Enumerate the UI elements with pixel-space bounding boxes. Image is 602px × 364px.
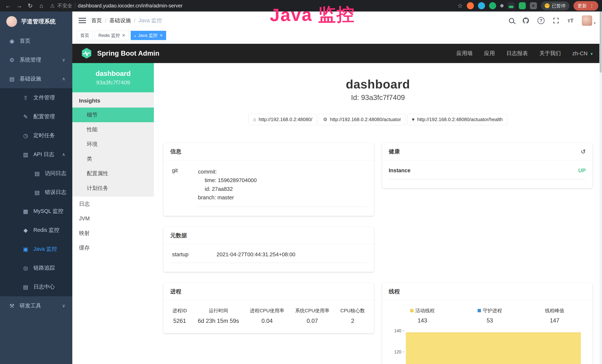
update-button[interactable]: 更新 <box>573 1 598 11</box>
breadcrumb: 首页 / 基础设施 / Java 监控 <box>91 17 162 24</box>
close-icon[interactable] <box>122 32 125 38</box>
avatar[interactable] <box>582 15 592 26</box>
extension-icon[interactable] <box>478 2 485 9</box>
extension-icon[interactable] <box>467 2 474 9</box>
health-url-link[interactable]: http://192.168.0.2:48080/actuator/health <box>407 114 507 125</box>
card-title: 进程 <box>163 283 374 300</box>
chevron-down-icon: ∨ <box>62 57 65 63</box>
sba-nav-wallboard[interactable]: 应用墙 <box>456 50 473 57</box>
scrollbar-thumb[interactable] <box>600 11 602 73</box>
help-icon[interactable] <box>538 17 545 24</box>
tab-label: Java 监控 <box>138 32 158 38</box>
log-icon: ▤ <box>21 284 30 290</box>
breadcrumb-infrastructure[interactable]: 基础设施 <box>109 17 131 24</box>
sidebar-item-label: 文件管理 <box>33 94 55 101</box>
sba-nav-applications[interactable]: 应用 <box>484 50 495 57</box>
sidebar-item-dev-tools[interactable]: ⚒ 研发工具 ∨ <box>0 296 72 315</box>
sidebar-item-label: Redis 监控 <box>33 226 59 234</box>
hamburger-icon[interactable] <box>79 18 86 23</box>
cards-grid: 信息 git commit: time: 1596289704000 <box>154 125 602 364</box>
y-tick: 120 <box>394 350 404 354</box>
bookmark-star-icon[interactable] <box>457 2 463 9</box>
sba-item-config-props[interactable]: 配置属性 <box>72 166 154 181</box>
sidebar-item-log-center[interactable]: ▤ 日志中心 <box>0 278 72 296</box>
sba-nav-journal[interactable]: 日志报表 <box>506 50 528 57</box>
instance-id: 93a3fc7f7409 <box>96 79 130 86</box>
git-commit-label: commit: <box>198 167 367 176</box>
url-text[interactable]: dashboard.yudao.iocoder.cn/infra/admin-s… <box>78 3 183 9</box>
not-secure-warning-icon <box>50 3 55 9</box>
sidebar-item-access-logs[interactable]: ▤ 访问日志 <box>0 164 72 183</box>
sba-item-caches[interactable]: 缓存 <box>72 240 154 255</box>
github-icon[interactable] <box>522 17 529 24</box>
sba-item-jvm[interactable]: JVM <box>72 211 154 226</box>
sidebar-item-api-logs[interactable]: ▥ API 日志 ∧ <box>0 145 72 164</box>
sba-header: Spring Boot Admin 应用墙 应用 日志报表 关于我们 zh-CN <box>72 44 602 63</box>
tab-home[interactable]: 首页 <box>77 31 93 40</box>
user-menu[interactable] <box>582 15 596 26</box>
fullscreen-icon[interactable] <box>553 17 559 24</box>
health-row[interactable]: Instance UP <box>389 167 586 179</box>
legend-live-threads: 活动线程 143 <box>410 307 435 324</box>
breadcrumb-home[interactable]: 首页 <box>91 17 102 24</box>
sidebar-item-home[interactable]: ◉ 首页 <box>0 32 72 50</box>
sidebar-item-tracing[interactable]: ◎ 链路追踪 <box>0 258 72 278</box>
service-url-link[interactable]: http://192.168.0.2:48080/ <box>249 114 317 125</box>
insights-group-label: Insights <box>72 92 154 107</box>
sidebar-item-mysql-monitor[interactable]: ▦ MySQL 监控 <box>0 202 72 221</box>
app-title: 芋道管理系统 <box>21 18 56 25</box>
tab-java-monitor[interactable]: Java 监控 <box>131 31 166 40</box>
browser-menu-icon[interactable] <box>589 3 594 9</box>
sba-item-scheduled-tasks[interactable]: 计划任务 <box>72 181 154 195</box>
history-icon[interactable] <box>581 148 586 155</box>
sidebar-item-redis-monitor[interactable]: ◆ Redis 监控 <box>0 221 72 240</box>
sidebar-item-file-management[interactable]: ⇧ 文件管理 <box>0 88 72 107</box>
search-icon[interactable] <box>509 18 514 23</box>
sba-nav-about[interactable]: 关于我们 <box>539 50 561 57</box>
forward-icon[interactable]: → <box>15 1 23 10</box>
sba-item-metrics[interactable]: 性能 <box>72 122 154 137</box>
sidebar-item-error-logs[interactable]: ▤ 错误日志 <box>0 183 72 202</box>
chevron-down-icon: ∨ <box>62 303 65 308</box>
sidebar-item-label: 链路追踪 <box>33 264 55 272</box>
address-bar[interactable]: 不安全 dashboard.yudao.iocoder.cn/infra/adm… <box>50 2 455 9</box>
close-icon[interactable] <box>160 32 163 38</box>
instance-header[interactable]: dashboard 93a3fc7f7409 <box>72 63 154 92</box>
y-tick: 140 <box>394 328 404 333</box>
home-icon[interactable]: ⌂ <box>37 1 46 10</box>
extension-icon[interactable] <box>519 2 526 9</box>
sidebar-item-infrastructure[interactable]: ▤ 基础设施 ∧ <box>0 69 72 88</box>
card-title: 线程 <box>382 283 592 300</box>
app-logo[interactable]: 芋道管理系统 <box>0 11 72 32</box>
extension-icon[interactable] <box>500 4 504 7</box>
tab-redis-monitor[interactable]: Redis 监控 <box>95 31 129 40</box>
tabs-bar: 首页 Redis 监控 Java 监控 <box>72 30 602 41</box>
active-dot-icon <box>134 33 136 38</box>
git-commit-id: id: 27aa832 <box>198 185 367 193</box>
refresh-icon[interactable]: ↻ <box>26 1 34 10</box>
locale-select[interactable]: zh-CN <box>572 50 593 57</box>
sba-item-environment[interactable]: 环境 <box>72 137 154 151</box>
sba-item-logs[interactable]: 日志 <box>72 197 154 211</box>
scrollbar[interactable] <box>599 11 602 364</box>
sba-item-label: 日志 <box>79 200 90 208</box>
sidebar-item-system-management[interactable]: ⚙ 系统管理 ∨ <box>0 50 72 69</box>
paused-badge[interactable]: 已暂停 <box>541 1 569 11</box>
page-subtitle: Id: 93a3fc7f7409 <box>154 94 602 102</box>
sba-item-classes[interactable]: 类 <box>72 151 154 166</box>
extensions-puzzle-icon[interactable] <box>530 2 537 9</box>
sidebar-item-config-management[interactable]: ✎ 配置管理 <box>0 107 72 126</box>
sidebar-item-java-monitor[interactable]: ▣ Java 监控 <box>0 240 72 258</box>
font-size-icon[interactable]: тT <box>568 17 574 24</box>
annotation-text: Java 监控 <box>269 3 355 27</box>
sidebar-item-scheduled-tasks[interactable]: ◷ 定时任务 <box>0 126 72 145</box>
extension-icon[interactable] <box>489 2 496 9</box>
actuator-url-link[interactable]: http://192.168.0.2:48080/actuator <box>318 114 406 125</box>
back-icon[interactable]: ← <box>4 1 12 10</box>
extension-icon[interactable] <box>508 2 515 9</box>
sba-item-label: 计划任务 <box>87 184 108 192</box>
sba-item-mappings[interactable]: 映射 <box>72 226 154 240</box>
threads-legend: 活动线程 143 守护进程 53 <box>389 307 586 324</box>
metadata-row: startup 2021-04-27T00:44:31.254+08:00 <box>170 251 367 263</box>
sba-item-details[interactable]: 细节 <box>72 107 154 122</box>
